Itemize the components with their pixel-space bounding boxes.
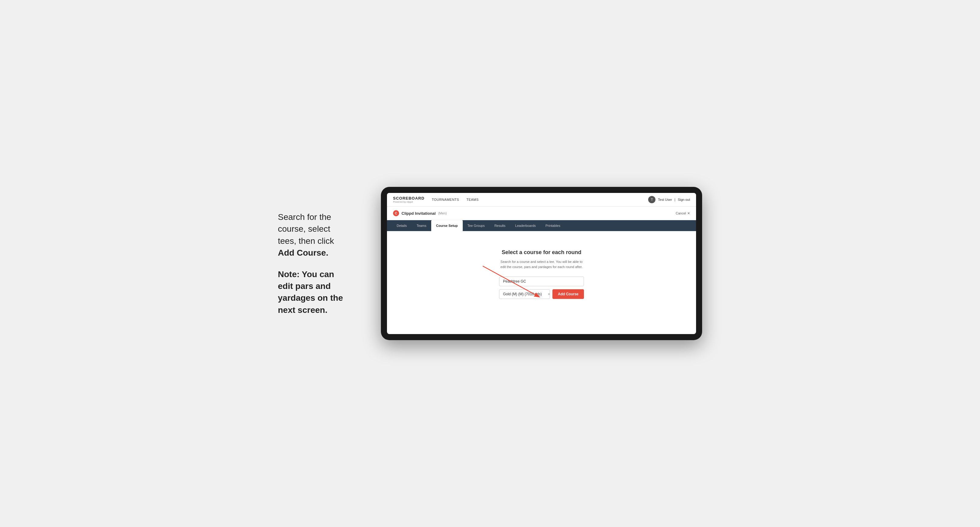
tournament-name: Clippd Invitational bbox=[401, 211, 436, 216]
tab-details[interactable]: Details bbox=[392, 220, 412, 231]
cancel-button[interactable]: Cancel ✕ bbox=[676, 211, 690, 215]
left-instruction: Search for the course, select tees, then… bbox=[278, 211, 363, 316]
nav-separator: | bbox=[675, 198, 675, 202]
nav-links: TOURNAMENTS TEAMS bbox=[432, 198, 479, 202]
tee-select[interactable]: Gold (M) (M) (7010 yds) bbox=[500, 290, 546, 298]
tab-tee-groups[interactable]: Tee Groups bbox=[463, 220, 490, 231]
tee-select-row: Gold (M) (M) (7010 yds) ✕ ▲▼ Add Course bbox=[499, 289, 584, 299]
section-title: Select a course for each round bbox=[501, 249, 581, 256]
tablet-container: SCOREBOARD Powered by clippd TOURNAMENTS… bbox=[381, 187, 702, 340]
page-wrapper: Search for the course, select tees, then… bbox=[278, 187, 702, 340]
tablet-screen: SCOREBOARD Powered by clippd TOURNAMENTS… bbox=[387, 193, 696, 334]
tab-results[interactable]: Results bbox=[489, 220, 510, 231]
instruction-text: Search for the course, select tees, then… bbox=[278, 211, 363, 259]
tabs-bar: Details Teams Course Setup Tee Groups Re… bbox=[387, 220, 696, 231]
user-name: Test User bbox=[658, 198, 672, 202]
logo-sub: Powered by clippd bbox=[393, 200, 425, 203]
logo-title: SCOREBOARD bbox=[393, 196, 425, 200]
course-search-input[interactable] bbox=[499, 276, 584, 286]
nav-link-tournaments[interactable]: TOURNAMENTS bbox=[432, 198, 459, 202]
tournament-title: C Clippd Invitational (Men) bbox=[393, 210, 447, 216]
sign-out-link[interactable]: Sign out bbox=[678, 198, 690, 202]
tab-course-setup[interactable]: Course Setup bbox=[431, 220, 463, 231]
note-text: Note: You can edit pars and yardages on … bbox=[278, 268, 363, 316]
tablet-frame: SCOREBOARD Powered by clippd TOURNAMENTS… bbox=[381, 187, 702, 340]
user-avatar: T bbox=[648, 196, 655, 203]
nav-link-teams[interactable]: TEAMS bbox=[466, 198, 479, 202]
nav-left: SCOREBOARD Powered by clippd TOURNAMENTS… bbox=[393, 196, 479, 203]
main-content: Select a course for each round Search fo… bbox=[387, 231, 696, 334]
tab-leaderboards[interactable]: Leaderboards bbox=[510, 220, 541, 231]
add-course-button[interactable]: Add Course bbox=[552, 289, 584, 299]
tournament-gender: (Men) bbox=[438, 211, 447, 215]
tee-select-wrapper: Gold (M) (M) (7010 yds) ✕ ▲▼ bbox=[499, 289, 550, 299]
tab-teams[interactable]: Teams bbox=[412, 220, 431, 231]
nav-logo: SCOREBOARD Powered by clippd bbox=[393, 196, 425, 203]
nav-right: T Test User | Sign out bbox=[648, 196, 690, 203]
tournament-header: C Clippd Invitational (Men) Cancel ✕ bbox=[387, 206, 696, 220]
tab-printables[interactable]: Printables bbox=[541, 220, 565, 231]
tee-clear-icon[interactable]: ✕ bbox=[546, 292, 550, 296]
section-description: Search for a course and select a tee. Yo… bbox=[499, 259, 584, 269]
nav-bar: SCOREBOARD Powered by clippd TOURNAMENTS… bbox=[387, 193, 696, 206]
tournament-icon: C bbox=[393, 210, 399, 216]
